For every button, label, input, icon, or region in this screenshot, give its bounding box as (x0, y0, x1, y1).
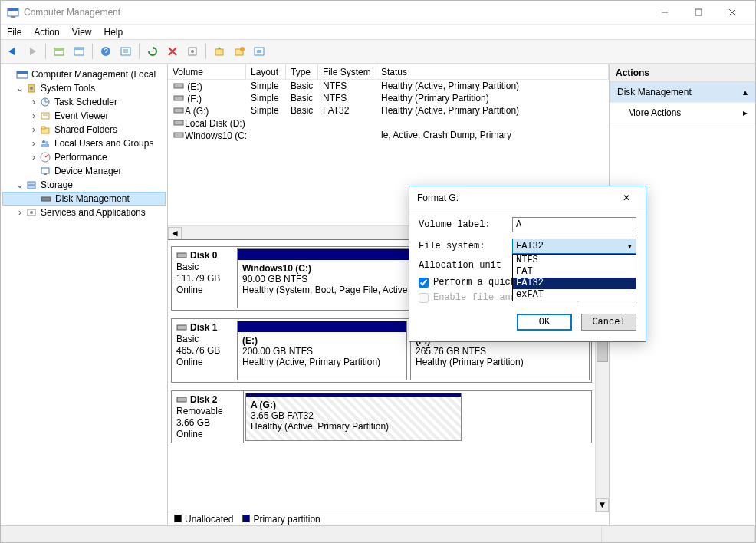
actions-header: Actions (610, 64, 755, 82)
window-title: Computer Management (24, 7, 648, 18)
svg-rect-56 (177, 397, 186, 402)
svg-point-22 (240, 47, 245, 51)
drive-icon (173, 81, 185, 91)
forward-button[interactable] (24, 43, 41, 60)
dialog-titlebar[interactable]: Format G: ✕ (409, 186, 646, 209)
volume-row[interactable]: (E:)SimpleBasicNTFSHealthy (Active, Prim… (168, 80, 609, 92)
volume-row[interactable]: Local Disk (D:) (168, 117, 609, 129)
title-bar: Computer Management (1, 1, 755, 24)
svg-rect-52 (174, 120, 183, 125)
status-bar (1, 525, 755, 542)
svg-rect-42 (44, 173, 47, 175)
svg-point-28 (30, 87, 33, 90)
svg-rect-53 (174, 133, 183, 137)
delete-button[interactable] (164, 43, 181, 60)
svg-rect-1 (8, 8, 18, 11)
menu-bar: File Action View Help (1, 24, 755, 39)
up-button[interactable] (51, 43, 67, 60)
cancel-button[interactable]: Cancel (581, 314, 636, 331)
drive-icon (173, 105, 185, 116)
checkbox-compression (419, 293, 429, 303)
svg-rect-41 (41, 168, 49, 173)
tree-shared-folders[interactable]: ›Shared Folders (2, 123, 166, 137)
toolbar-icon-1[interactable] (117, 43, 134, 60)
tree-services[interactable]: ›Services and Applications (2, 206, 166, 219)
opt-exfat[interactable]: exFAT (513, 289, 636, 301)
settings-button[interactable] (184, 43, 201, 60)
opt-fat[interactable]: FAT (513, 266, 636, 278)
properties-button[interactable] (71, 43, 87, 60)
disk-info: Disk 2Removable3.66 GBOnline (172, 391, 244, 443)
svg-rect-45 (41, 197, 51, 201)
checkbox-quick-format[interactable] (419, 278, 429, 288)
label-file-system: File system: (419, 241, 512, 252)
partition[interactable]: (E:)200.00 GB NTFSHealthy (Active, Prima… (237, 321, 407, 380)
close-button[interactable] (715, 1, 749, 24)
svg-rect-51 (174, 108, 183, 113)
center-pane: Volume Layout Type File System Status (E… (168, 64, 610, 525)
chevron-right-icon: ▸ (743, 107, 748, 118)
chevron-down-icon: ▾ (627, 241, 633, 252)
scroll-down-icon[interactable]: ▼ (596, 498, 609, 512)
svg-rect-54 (177, 253, 186, 258)
drive-icon (173, 117, 185, 128)
disk-card: Disk 2Removable3.66 GBOnlineA (G:)3.65 G… (171, 390, 592, 443)
refresh-button[interactable] (144, 43, 161, 60)
svg-rect-10 (74, 48, 84, 50)
legend-primary: Primary partition (242, 514, 320, 525)
opt-ntfs[interactable]: NTFS (513, 255, 636, 266)
svg-point-19 (191, 50, 194, 53)
drive-icon (173, 130, 185, 140)
combo-options: NTFS FAT FAT32 exFAT (512, 254, 636, 301)
toolbar-icon-4[interactable] (251, 43, 268, 60)
partition[interactable]: A (G:)3.65 GB FAT32Healthy (Active, Prim… (245, 393, 462, 441)
toolbar-icon-3[interactable] (231, 43, 248, 60)
svg-point-48 (30, 211, 33, 214)
tree-device-manager[interactable]: Device Manager (2, 164, 166, 178)
col-filesystem[interactable]: File System (318, 64, 376, 79)
tree-system-tools[interactable]: ⌄System Tools (2, 81, 166, 95)
svg-rect-55 (177, 325, 186, 330)
volume-table-header: Volume Layout Type File System Status (168, 64, 609, 80)
input-volume-label[interactable] (512, 217, 636, 232)
menu-action[interactable]: Action (34, 27, 59, 38)
tree-root[interactable]: Computer Management (Local (2, 67, 166, 81)
tree-performance[interactable]: ›Performance (2, 150, 166, 164)
col-status[interactable]: Status (376, 64, 609, 79)
col-layout[interactable]: Layout (246, 64, 286, 79)
minimize-button[interactable] (648, 1, 682, 24)
tree-event-viewer[interactable]: ›Event Viewer (2, 109, 166, 123)
col-volume[interactable]: Volume (168, 64, 246, 79)
ok-button[interactable]: OK (517, 314, 572, 331)
tree-task-scheduler[interactable]: ›Task Scheduler (2, 95, 166, 109)
back-button[interactable] (4, 43, 21, 60)
combo-file-system[interactable]: FAT32▾ NTFS FAT FAT32 exFAT (512, 239, 636, 254)
svg-rect-26 (17, 71, 28, 74)
dialog-close-icon[interactable]: ✕ (615, 193, 638, 203)
action-disk-management[interactable]: Disk Management ▴ (610, 82, 755, 103)
opt-fat32[interactable]: FAT32 (513, 278, 636, 289)
col-type[interactable]: Type (286, 64, 318, 79)
disk-info: Disk 0Basic111.79 GBOnline (172, 247, 235, 310)
scroll-left-icon[interactable]: ◄ (168, 227, 182, 239)
tree-disk-management[interactable]: Disk Management (2, 192, 166, 206)
toolbar-icon-2[interactable] (211, 43, 228, 60)
menu-file[interactable]: File (7, 27, 21, 38)
help-button[interactable]: ? (97, 43, 114, 60)
legend: Unallocated Primary partition (168, 512, 609, 525)
menu-help[interactable]: Help (104, 27, 123, 38)
menu-view[interactable]: View (72, 27, 92, 38)
label-volume-label: Volume label: (419, 219, 512, 230)
tree-local-users[interactable]: ›Local Users and Groups (2, 137, 166, 150)
action-more-actions[interactable]: More Actions ▸ (610, 103, 755, 123)
volume-row[interactable]: Windows10 (C:)le, Active, Crash Dump, Pr… (168, 129, 609, 141)
collapse-icon: ▴ (743, 87, 748, 97)
svg-rect-32 (41, 113, 49, 119)
volume-row[interactable]: A (G:)SimpleBasicFAT32Healthy (Active, P… (168, 104, 609, 117)
svg-rect-2 (11, 16, 15, 18)
tree-pane: Computer Management (Local ⌄System Tools… (1, 64, 168, 525)
tree-storage[interactable]: ⌄Storage (2, 178, 166, 192)
volume-row[interactable]: (F:)SimpleBasicNTFSHealthy (Primary Part… (168, 92, 609, 104)
svg-rect-13 (121, 48, 130, 55)
maximize-button[interactable] (682, 1, 715, 24)
